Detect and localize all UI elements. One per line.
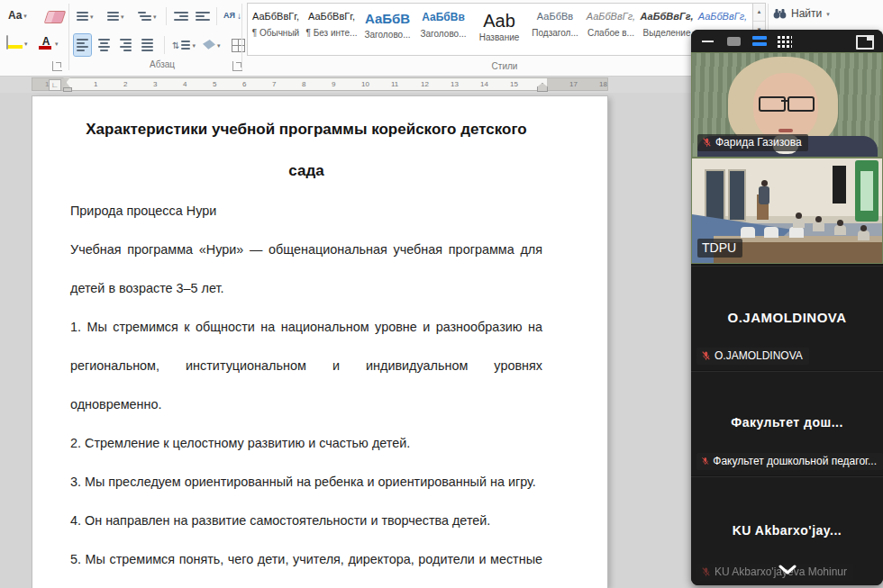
ruler-number: 14 [480,80,488,88]
ruler-number: 3 [153,80,157,88]
style-no-spacing[interactable]: АаБбВвГг, ¶ Без инте... [304,4,360,55]
find-button[interactable]: Найти ▾ [773,7,830,20]
align-center-icon [98,37,110,53]
gallery-scroll-up[interactable]: ▲ [753,4,765,22]
style-heading2[interactable]: АаБбВв Заголово... [415,4,471,55]
participant-nametag: KU Akbarxo'jayeva Mohinur [696,564,853,581]
numbered-list-icon [107,10,119,23]
speaker-view-icon[interactable] [727,37,741,46]
participant-nametag: Факультет дошкольной педагог... [696,453,883,470]
styles-group-label: Стили [423,61,586,71]
ruler-number: 11 [391,80,398,88]
style-subtitle[interactable]: АаБбВв Подзагол... [527,4,583,55]
style-emphasis[interactable]: АаБбВвГг, Выделение [639,4,695,55]
document-paragraph[interactable]: Учебная программа «Нури» — общенациональ… [70,231,542,308]
multilevel-list-icon [138,10,151,23]
participant-name: TDPU [702,240,736,255]
participant-name: Фарида Газизова [715,136,802,149]
document-paragraph[interactable]: Природа процесса Нури [70,192,542,231]
highlight-color-swatch [8,45,23,49]
align-center-button[interactable] [96,34,113,56]
participant-display-name: KU Akbarxo'jay... [691,523,883,538]
multilevel-list-button[interactable]: ▾ [135,5,159,27]
tab-selector[interactable]: ∟ [49,79,61,91]
divider [164,36,165,54]
ruler-number: 18 [599,80,607,88]
document-page[interactable]: Характеристики учебной программы корейск… [32,96,607,588]
document-paragraph[interactable]: 3. Мы преследуем ориентированный на ребе… [70,463,542,502]
align-left-button[interactable] [74,34,91,56]
decrease-indent-button[interactable] [171,5,191,27]
eraser-icon [44,11,67,23]
style-title[interactable]: Aab Название [471,4,527,55]
find-label: Найти [791,7,822,20]
align-right-icon [120,37,132,53]
video-conference-panel: Фарида Газизова TDPU O.JAMOLDINOVA [691,30,883,585]
video-tile-tdpu[interactable]: TDPU [691,158,883,264]
document-paragraph[interactable]: 5. Мы стремимся понять, чего дети, учите… [70,540,542,588]
bullets-button[interactable]: ▾ [74,5,96,27]
minimize-icon[interactable] [702,41,714,42]
font-dialog-launcher[interactable] [52,61,62,71]
ruler-number: 1 [94,80,97,88]
text-highlight-button[interactable]: ▾ [4,32,31,54]
style-heading1[interactable]: АаБбВ Заголово... [360,4,415,55]
change-case-button[interactable]: Aa▾ [5,5,30,26]
font-color-swatch [39,46,51,50]
document-paragraph[interactable]: 1. Мы стремимся к общности на национальн… [70,308,542,424]
justify-button[interactable] [139,34,156,56]
numbering-button[interactable]: ▾ [105,5,127,27]
video-tile-fakultet[interactable]: Факультет дош... Факультет дошкольной пе… [691,371,883,475]
group-divider [241,4,242,70]
align-right-button[interactable] [117,34,134,56]
video-tile-jamoldinova[interactable]: O.JAMOLDINOVA O.JAMOLDINOVA [691,266,883,370]
ruler-number: 8 [302,80,305,88]
divider [216,7,217,25]
ruler-number: 5 [213,80,216,88]
participant-nametag: O.JAMOLDINOVA [696,348,809,365]
ruler-number: 17 [569,80,578,88]
ruler-number: 7 [272,80,276,88]
line-spacing-icon: ⇅ [172,41,179,50]
group-divider [68,4,69,70]
increase-indent-button[interactable] [193,5,213,27]
indent-marker-left[interactable] [63,77,71,90]
ruler-number: 15 [510,80,518,88]
participant-name: O.JAMOLDINOVA [715,349,803,362]
document-title[interactable]: Характеристики учебной программы корейск… [70,109,542,192]
ruler-number: 9 [332,80,335,88]
muted-mic-icon [701,350,711,361]
sort-icon: АЯ [223,12,235,20]
style-normal[interactable]: АаБбВвГг, ¶ Обычный [248,4,304,55]
divider [166,7,167,25]
muted-mic-icon [702,137,712,148]
ruler-number: 13 [451,80,459,88]
ruler-number: 6 [242,80,246,88]
ruler-text-area [67,78,547,90]
muted-mic-icon [701,566,711,577]
line-spacing-button[interactable]: ⇅ ▾ [169,34,198,56]
video-tile-farida[interactable]: Фарида Газизова [691,52,883,158]
document-paragraph[interactable]: 2. Стремление к целостному развитию и сч… [70,424,542,463]
strip-view-icon[interactable] [752,36,767,49]
style-subtle-emphasis[interactable]: АаБбВвГг, Слабое в... [583,4,639,55]
chevron-down-icon[interactable] [778,562,797,578]
document-paragraph[interactable]: 4. Он направлен на развитие самостоятель… [70,502,542,540]
borders-grid-icon [232,39,245,52]
clear-formatting-button[interactable] [43,6,67,28]
font-color-button[interactable]: А ▾ [36,32,61,54]
justify-icon [141,37,153,53]
shading-button[interactable]: ▾ [200,34,223,56]
pip-window-icon[interactable] [856,35,874,50]
ruler-number: 4 [183,80,187,88]
ruler-number: 12 [421,80,429,88]
ruler-margin-number: 1 [45,80,49,88]
line-spacing-lines [181,39,190,51]
ruler-number: 2 [123,80,127,88]
bullet-list-icon [77,10,88,23]
participant-display-name: Факультет дош... [691,415,883,430]
gallery-view-icon[interactable] [778,35,792,48]
paragraph-group-label: Абзац [81,59,243,69]
increase-indent-icon [196,10,210,23]
participant-name: Факультет дошкольной педагог... [713,455,877,467]
